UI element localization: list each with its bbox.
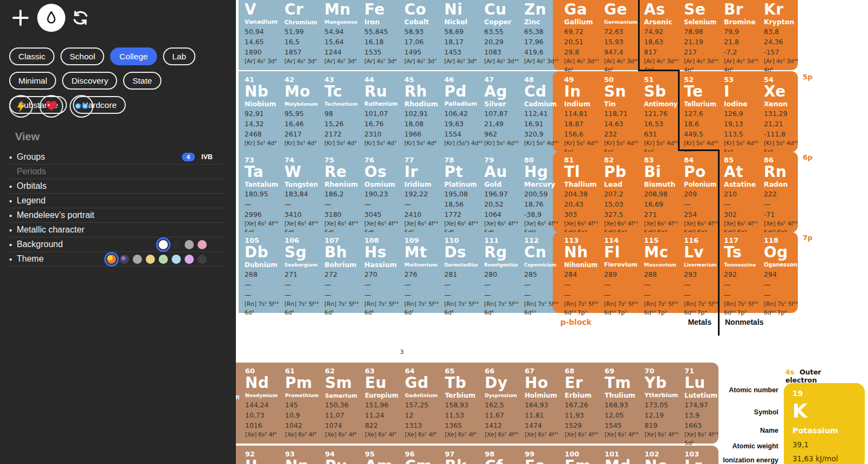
refresh-icon[interactable] xyxy=(71,8,90,28)
add-icon[interactable] xyxy=(12,9,29,26)
mode-pill-classic[interactable]: Classic xyxy=(9,47,55,65)
element-cell-Bi[interactable]: 83BiBismuth208,9816,69271[Xe] 6s² 4f¹⁴5d… xyxy=(638,152,678,233)
element-cell-Ge[interactable]: GeGermanium72,6315,93947,4[Ar] 4s² 3d¹⁰4… xyxy=(598,0,638,70)
element-cell-Gd[interactable]: 64GdGadolinium157,25121313[Xe] 6s² 4f⁸ xyxy=(399,363,439,443)
element-cell-Kr[interactable]: KrKrypton83,824,36-157[Ar] 4s² 3d¹⁰4p⁶ xyxy=(758,0,798,70)
element-cell-U[interactable]: 92U xyxy=(239,446,279,464)
element-cell-Sb[interactable]: 51SbAntimony121,7616,53631[Kr] 5s² 4d¹⁰5… xyxy=(638,71,678,152)
element-cell-Cr[interactable]: CrChromium51,9916,51857[Ar] 4s¹ 3d⁵ xyxy=(279,0,318,70)
element-cell-Fe[interactable]: FeIron55,84516,181535[Ar] 4s² 3d⁶ xyxy=(358,0,398,70)
element-cell-Re[interactable]: 75ReRhenium186,2—3180[Xe] 6s² 4f¹⁴5d⁵ xyxy=(318,152,358,233)
element-cell-Tm[interactable]: 69TmThulium168,9312,051545[Xe] 6s² 4f¹³ xyxy=(599,363,639,443)
element-cell-Ds[interactable]: 110DsDarmstadtium281——[Rn] 7s² 5f¹⁴6d⁸ xyxy=(438,232,478,313)
element-cell-Eu[interactable]: 63EuEuropium151,9611,24822[Xe] 6s² 4f⁷ xyxy=(359,363,399,443)
element-cell-Os[interactable]: 76OsOsmium190,23—3045[Xe] 6s² 4f¹⁴5d⁶ xyxy=(358,152,398,233)
element-cell-Te[interactable]: 52TeTellurium127,618,6449,5[Kr] 5s² 4d¹⁰… xyxy=(678,71,718,152)
element-cell-No[interactable]: 102No xyxy=(639,446,679,464)
element-cell-Mo[interactable]: 42MoMolybdenum95,9516,462617[Kr] 5s¹ 4d⁵ xyxy=(279,71,318,152)
element-cell-Db[interactable]: 105DbDubnium268——[Rn] 7s² 5f¹⁴6d³ xyxy=(239,232,279,313)
element-cell-Po[interactable]: 84PoPolonium209—254[Xe] 6s² 4f¹⁴5d¹⁰ 6p⁴ xyxy=(678,152,718,233)
swatch-2[interactable] xyxy=(133,255,142,264)
element-cell-Bh[interactable]: 107BhBohrium272——[Rn] 7s² 5f¹⁴6d⁵ xyxy=(318,232,358,313)
element-cell-Tb[interactable]: 65TbTerbium158,9311,531365[Xe] 6s² 4f⁹ xyxy=(439,363,479,443)
swatch-0[interactable] xyxy=(107,255,116,264)
swatch-2[interactable] xyxy=(185,240,194,249)
swatch-1[interactable] xyxy=(120,255,129,264)
view-item-mendeleev-s-portrait[interactable]: •Mendeleev’s portrait xyxy=(9,208,225,223)
swatch-3[interactable] xyxy=(146,255,155,264)
element-cell-Og[interactable]: 118OgOganesson294——[Rn] 7s² 5f¹⁴6d¹⁰ 7p⁶ xyxy=(758,232,798,313)
element-cell-Sg[interactable]: 106SgSeaborgium271——[Rn] 7s² 5f¹⁴6d⁴ xyxy=(279,232,318,313)
element-cell-Am[interactable]: 95Am xyxy=(359,446,399,464)
element-cell-Ho[interactable]: 67HoHolmium164,9311,811474[Xe] 6s² 4f¹¹ xyxy=(519,363,559,443)
element-cell-Pu[interactable]: 94Pu xyxy=(319,446,359,464)
element-cell-Rn[interactable]: 86RnRadon222—-71[Xe] 6s² 4f¹⁴5d¹⁰ 6p⁶ xyxy=(758,152,798,233)
liquid-drop-icon[interactable] xyxy=(37,4,65,32)
swatch-1[interactable] xyxy=(172,240,181,249)
swatch-4[interactable] xyxy=(159,255,168,264)
element-cell-Ni[interactable]: NiNickel58,6918,171453[Ar] 4s² 3d⁸ xyxy=(438,0,478,70)
element-cell-Sm[interactable]: 62SmSamarium150,3611,071074[Xe] 6s² 4f⁶ xyxy=(319,363,359,443)
view-item-metallic-character[interactable]: •Metallic character xyxy=(9,223,225,237)
mode-pill-college[interactable]: College xyxy=(110,47,157,65)
mode-pill-lab[interactable]: Lab xyxy=(163,47,195,65)
element-cell-Se[interactable]: SeSelenium78,9821,19217[Ar] 4s² 3d¹⁰4p⁴ xyxy=(678,0,718,70)
element-cell-Zn[interactable]: ZnZinc65,3817,96419,6[Ar] 4s² 3d¹⁰ xyxy=(518,0,558,70)
element-cell-Tl[interactable]: 81TlThallium204,3820,43303[Xe] 6s² 4f¹⁴5… xyxy=(558,152,598,233)
element-cell-Dy[interactable]: 66DyDysprosium162,511,671412[Xe] 6s² 4f¹… xyxy=(479,363,519,443)
element-cell-Pt[interactable]: 78PtPlatinum195,0818,561772[Xe] 6s² 4f¹⁴… xyxy=(438,152,478,233)
element-cell-Cm[interactable]: 96Cm xyxy=(399,446,439,464)
element-cell-Yb[interactable]: 70YbYtterbium173,0512,19819[Xe] 6s² 4f¹⁴ xyxy=(639,363,679,443)
element-cell-Cf[interactable]: 98Cf xyxy=(479,446,519,464)
swatch-6[interactable] xyxy=(185,255,194,264)
element-cell-Np[interactable]: 93Np xyxy=(279,446,319,464)
element-cell-Ts[interactable]: 117TsTennessine292——[Rn] 7s² 5f¹⁴6d¹⁰ 7p… xyxy=(718,232,758,313)
element-cell-Fl[interactable]: 114FlFlerovium289——[Rn] 7s² 5f¹⁴6d¹⁰ 7p² xyxy=(598,232,638,313)
element-cell-Nd[interactable]: 60NdNeodymium144,2410,731016[Xe] 6s² 4f⁴ xyxy=(239,363,279,443)
element-cell-Es[interactable]: 99Es xyxy=(519,446,559,464)
element-cell-Au[interactable]: 79AuGold196,9720,521064[Xe] 6s² 4f¹⁴5d⁹ xyxy=(478,152,518,233)
element-cell-Fm[interactable]: 100Fm xyxy=(559,446,599,464)
element-cell-Cu[interactable]: CuCopper63,5520,291083[Ar] 4s¹ 3d¹⁰ xyxy=(478,0,518,70)
element-cell-At[interactable]: 85AtAstatine210—302[Xe] 6s² 4f¹⁴5d¹⁰ 6p⁵ xyxy=(718,152,758,233)
element-cell-Bk[interactable]: 97Bk xyxy=(439,446,479,464)
view-item-groups[interactable]: •Groups4IVB xyxy=(9,150,225,165)
mode-pill-school[interactable]: School xyxy=(60,47,104,65)
element-cell-Br[interactable]: BrBromine79,921,8-7,2[Ar] 4s² 3d¹⁰4p⁵ xyxy=(718,0,758,70)
goggles-icon[interactable] xyxy=(70,95,93,118)
view-item-background[interactable]: •Background xyxy=(9,237,225,252)
element-cell-Cn[interactable]: 112CnCopernicium285——[Rn] 7s² 5f¹⁴6d¹⁰ xyxy=(518,232,558,313)
element-cell-Hg[interactable]: 80HgMercury200,5918,76-38,9[Xe] 6s² 4f¹⁴… xyxy=(518,152,558,233)
element-cell-Cd[interactable]: 48CdCadmium112,4116,91320,9[Kr] 5s² 4d¹⁰ xyxy=(518,71,558,152)
view-item-orbitals[interactable]: •Orbitals xyxy=(9,179,225,194)
element-cell-Tc[interactable]: 43TcTechnetium9815,262172[Kr] 5s² 4d⁵ xyxy=(318,71,358,152)
element-cell-Co[interactable]: CoCobalt58,9317,061495[Ar] 4s² 3d⁷ xyxy=(398,0,438,70)
element-cell-Mn[interactable]: MnManganese54,9415,641244[Ar] 4s² 3d⁵ xyxy=(318,0,358,70)
element-cell-Nh[interactable]: 113NhNihonium284——[Rn] 7s² 5f¹⁴6d¹⁰ 7p¹ xyxy=(558,232,598,313)
element-cell-Pd[interactable]: 46PdPalladium106,4219,631554[Kr] (5s⁰) 4… xyxy=(438,71,478,152)
element-cell-Nb[interactable]: 41NbNiobium92,9114,322468[Kr] 5s¹ 4d⁴ xyxy=(239,71,279,152)
view-item-theme[interactable]: •Theme xyxy=(9,252,225,267)
lightning-icon[interactable] xyxy=(9,95,33,118)
swatch-0[interactable] xyxy=(159,240,168,249)
mode-pill-discovery[interactable]: Discovery xyxy=(62,72,117,90)
element-cell-Ir[interactable]: 77IrIridium192,22—2410[Xe] 6s² 4f¹⁴5d⁷ xyxy=(398,152,438,233)
element-cell-I[interactable]: 53IIodine126,919,13113,5[Kr] 5s² 4d¹⁰5p⁵ xyxy=(718,71,758,152)
element-cell-In[interactable]: 49InIndium114,8118,87156,6[Kr] 5s² 4d¹⁰5… xyxy=(558,71,598,152)
element-cell-Ta[interactable]: 73TaTantalum180,95—2996[Xe] 6s² 4f¹⁴5d³ xyxy=(239,152,279,233)
element-cell-Mt[interactable]: 109MtMeitnerium276——[Rn] 7s² 5f¹⁴6d⁷ xyxy=(398,232,438,313)
element-cell-Xe[interactable]: 54XeXenon131,2921,21-111,8[Kr] 5s² 4d¹⁰5… xyxy=(758,71,798,152)
element-cell-As[interactable]: AsArsenic74,9218,63817[Ar] 4s² 3d¹⁰4p³ xyxy=(638,0,678,70)
element-cell-Ru[interactable]: 44RuRuthenium101,0716,762310[Kr] 5s¹ 4d⁷ xyxy=(358,71,398,152)
mode-pill-state[interactable]: State xyxy=(123,72,161,90)
element-cell-Sn[interactable]: 50SnTin118,7114,63232[Kr] 5s² 4d¹⁰5p² xyxy=(598,71,638,152)
element-cell-V[interactable]: VVanadium50,9414,651890[Ar] 4s² 3d³ xyxy=(239,0,279,70)
element-cell-W[interactable]: 74WTungsten183,84—3410[Xe] 6s² 4f¹⁴5d⁴ xyxy=(279,152,318,233)
element-cell-Rh[interactable]: 45RhRhodium102,9118,081966[Kr] 5s¹ 4d⁸ xyxy=(398,71,438,152)
sparkling-heart-icon[interactable] xyxy=(39,95,63,118)
swatch-3[interactable] xyxy=(198,240,207,249)
element-cell-Rg[interactable]: 111RgRoentgentium280——[Rn] 7s² 5f¹⁴6d⁹ xyxy=(478,232,518,313)
element-cell-Pb[interactable]: 82PbLead207,215,03327,5[Xe] 6s² 4f¹⁴5d¹⁰… xyxy=(598,152,638,233)
element-cell-Hs[interactable]: 108HsHassium270——[Rn] 7s² 5f¹⁴6d⁶ xyxy=(358,232,398,313)
mode-pill-minimal[interactable]: Minimal xyxy=(9,72,56,90)
